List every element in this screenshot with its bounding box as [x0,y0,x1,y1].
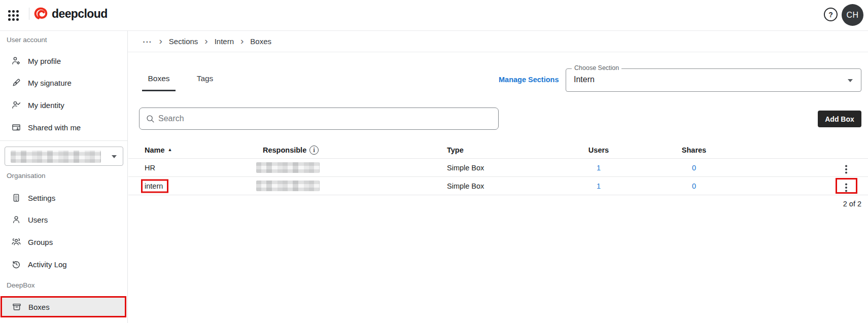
profile-gear-icon [11,56,21,66]
choose-section-select[interactable]: Choose Section Intern [566,68,861,92]
search-icon [146,114,155,123]
box-type: Simple Box [447,182,484,190]
sort-asc-icon: ▲ [168,147,172,152]
column-header-type[interactable]: Type [447,146,464,154]
sidebar-item-boxes[interactable]: Boxes [1,296,126,317]
sidebar-item-label: My profile [28,57,61,65]
sidebar-item-label: Users [28,216,48,224]
search-field [139,107,499,130]
top-bar: deepcloud ? CH [0,0,868,31]
brand-wordmark[interactable]: deepcloud [52,7,108,21]
sidebar-section-deepbox: DeepBox [7,281,35,289]
annotation-box-kebab [836,178,857,194]
breadcrumb: ••• › Sections › Intern › Boxes [128,31,868,52]
sidebar-item-label: My signature [28,79,72,87]
redacted-organisation-name [11,151,101,163]
box-name: HR [145,164,155,172]
sidebar-item-label: Groups [28,238,53,246]
building-icon [11,193,21,203]
box-type: Simple Box [447,164,484,172]
tab-tags[interactable]: Tags [187,67,223,90]
sidebar-item-my-profile[interactable]: My profile [0,50,127,71]
active-tab-indicator [142,90,176,91]
sidebar-item-label: Boxes [28,303,50,311]
sidebar: User account My profile My signature My … [0,31,128,323]
sidebar-item-groups[interactable]: Groups [0,231,127,253]
pen-nib-icon [11,78,21,88]
sidebar-divider [0,140,127,141]
people-icon [11,237,21,247]
column-header-name[interactable]: Name▲ [145,146,172,154]
column-header-shares[interactable]: Shares [669,146,719,154]
shares-count-link[interactable]: 0 [669,182,719,190]
sidebar-item-my-identity[interactable]: My identity [0,94,127,116]
breadcrumb-item-sections[interactable]: Sections [169,37,198,46]
chevron-down-icon [112,155,117,158]
tab-boxes[interactable]: Boxes [142,67,176,90]
history-icon [11,259,21,269]
sidebar-item-label: My identity [28,101,64,110]
sidebar-section-organisation: Organisation [7,172,46,180]
sidebar-item-my-signature[interactable]: My signature [0,72,127,93]
row-actions[interactable] [838,164,855,172]
choose-section-label: Choose Section [572,64,621,71]
help-icon[interactable]: ? [824,8,838,21]
sidebar-item-label: Shared with me [28,123,81,132]
app-launcher-grid-icon[interactable] [7,9,21,23]
annotation-box-intern: intern [141,179,168,193]
sidebar-section-user-account: User account [7,36,47,44]
choose-section-value: Intern [574,75,595,84]
search-input[interactable] [158,114,498,123]
brand-divider [29,8,29,20]
info-icon[interactable]: i [309,146,319,155]
deepcloud-admin-screen: deepcloud ? CH User account My profile M… [0,0,868,323]
chevron-right-icon: › [159,36,162,46]
table-row-hr[interactable]: HR Simple Box 1 0 [128,159,868,177]
breadcrumb-ellipsis-icon[interactable]: ••• [143,38,152,45]
kebab-menu-icon[interactable] [845,168,847,170]
chevron-right-icon: › [240,36,244,46]
sidebar-item-users[interactable]: Users [0,209,127,230]
deepcloud-logo-icon [32,5,50,22]
organisation-select[interactable] [5,147,123,166]
table-header-row: Name▲ Responsiblei Type Users Shares [128,141,868,159]
users-count-link[interactable]: 1 [573,164,624,172]
add-box-button[interactable]: Add Box [818,111,861,127]
sidebar-item-shared-with-me[interactable]: Shared with me [0,117,127,138]
breadcrumb-item-intern[interactable]: Intern [215,37,234,46]
column-header-responsible[interactable]: Responsiblei [263,146,319,155]
sidebar-item-activity-log[interactable]: Activity Log [0,254,127,275]
manage-sections-link[interactable]: Manage Sections [499,76,559,84]
box-icon [12,302,22,312]
chevron-right-icon: › [204,36,207,46]
pagination-count: 2 of 2 [843,200,861,208]
person-check-icon [11,100,21,110]
shares-count-link[interactable]: 0 [669,164,719,172]
table-row-intern[interactable]: intern Simple Box 1 0 [128,177,868,195]
redacted-responsible [256,162,320,173]
box-name: intern [145,179,168,193]
avatar[interactable]: CH [842,4,863,26]
shared-tray-icon [11,122,21,132]
sidebar-item-settings[interactable]: Settings [0,187,127,208]
sidebar-item-label: Settings [28,194,55,202]
chevron-down-icon [848,79,853,82]
grid-dots [8,10,11,13]
sidebar-item-label: Activity Log [28,260,67,269]
breadcrumb-item-boxes[interactable]: Boxes [250,37,271,46]
redacted-responsible [256,181,320,191]
person-icon [11,214,21,225]
column-header-users[interactable]: Users [573,146,624,154]
users-count-link[interactable]: 1 [573,182,624,190]
